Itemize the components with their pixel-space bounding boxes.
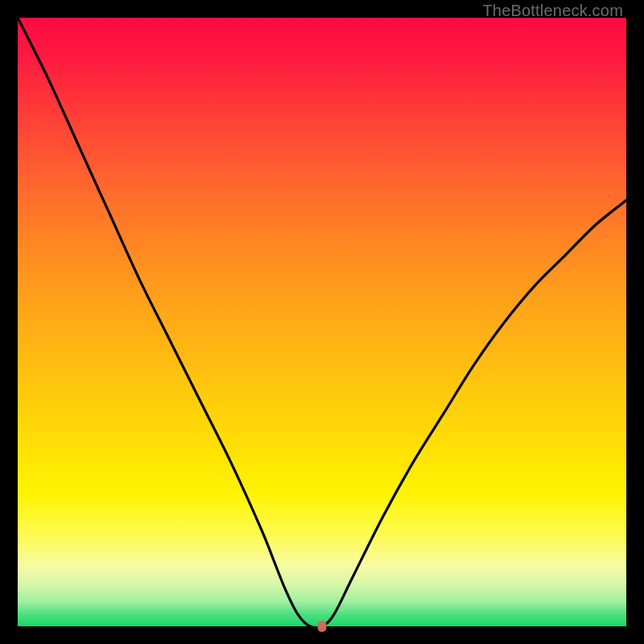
- curve-path: [18, 18, 626, 628]
- plot-area: [18, 18, 626, 626]
- chart-frame: TheBottleneck.com: [0, 0, 644, 644]
- bottleneck-curve: [18, 18, 626, 626]
- optimum-marker: [318, 621, 327, 632]
